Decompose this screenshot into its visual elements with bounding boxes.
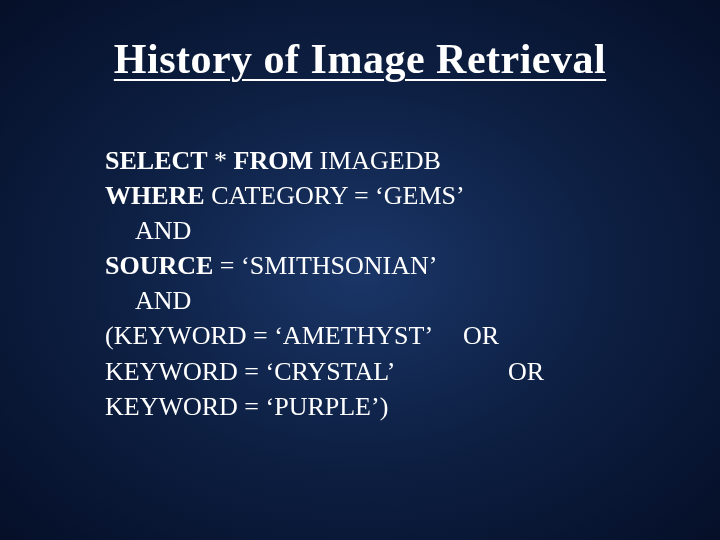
keyword-and-1: AND xyxy=(135,216,191,245)
keyword-where: WHERE xyxy=(105,181,205,210)
query-line-2: WHERE CATEGORY = ‘GEMS’ xyxy=(105,178,660,213)
slide-container: History of Image Retrieval SELECT * FROM… xyxy=(0,0,720,540)
query-line-8: KEYWORD = ‘PURPLE’) xyxy=(105,389,660,424)
keyword-or-1: OR xyxy=(433,318,499,353)
keyword-source: SOURCE xyxy=(105,251,213,280)
keyword-select: SELECT xyxy=(105,146,208,175)
sql-query-block: SELECT * FROM IMAGEDB WHERE CATEGORY = ‘… xyxy=(105,143,660,424)
text-table: IMAGEDB xyxy=(313,146,441,175)
query-line-3: AND xyxy=(105,213,660,248)
keyword-or-2: OR xyxy=(455,354,544,389)
slide-title: History of Image Retrieval xyxy=(60,35,660,83)
text-keyword-crystal: KEYWORD = ‘CRYSTAL’ xyxy=(105,354,455,389)
query-line-7: KEYWORD = ‘CRYSTAL’ OR xyxy=(105,354,660,389)
query-line-1: SELECT * FROM IMAGEDB xyxy=(105,143,660,178)
text-keyword-amethyst: (KEYWORD = ‘AMETHYST’ xyxy=(105,318,433,353)
query-line-4: SOURCE = ‘SMITHSONIAN’ xyxy=(105,248,660,283)
text-keyword-purple: KEYWORD = ‘PURPLE’) xyxy=(105,392,388,421)
query-line-5: AND xyxy=(105,283,660,318)
keyword-and-2: AND xyxy=(135,286,191,315)
text-star: * xyxy=(208,146,234,175)
query-line-6: (KEYWORD = ‘AMETHYST’ OR xyxy=(105,318,660,353)
keyword-from: FROM xyxy=(234,146,313,175)
text-category: CATEGORY = ‘GEMS’ xyxy=(205,181,465,210)
text-source-value: = ‘SMITHSONIAN’ xyxy=(213,251,437,280)
